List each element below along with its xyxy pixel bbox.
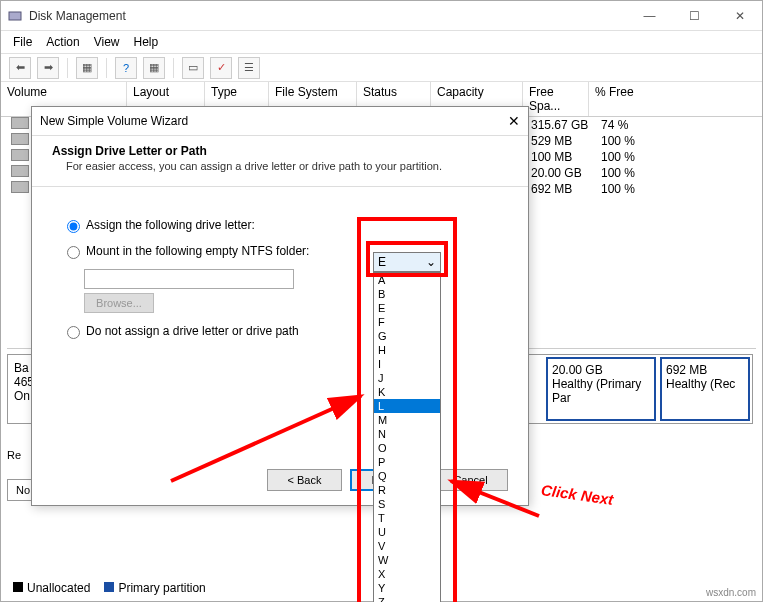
toolbar-separator (106, 58, 107, 78)
legend-unallocated: Unallocated (13, 581, 90, 595)
combo-value: E (378, 255, 386, 269)
drive-letter-dropdown[interactable]: ABEFGHIJKLMNOPQRSTUVWXYZ (373, 272, 441, 602)
radio-assign-letter[interactable]: Assign the following drive letter: (62, 217, 498, 233)
svg-rect-0 (9, 12, 21, 20)
pct-cell: 74 % (601, 118, 628, 132)
partition-box[interactable]: 692 MB Healthy (Rec (660, 357, 750, 421)
pct-cell: 100 % (601, 182, 635, 196)
app-icon (1, 8, 29, 24)
volume-rows: 315.67 GB74 % 529 MB100 % 100 MB100 % 20… (531, 117, 635, 197)
col-pct[interactable]: % Free (589, 82, 659, 116)
grid1-button[interactable]: ▦ (76, 57, 98, 79)
minimize-button[interactable]: — (627, 2, 672, 30)
menu-action[interactable]: Action (46, 35, 79, 49)
toolbar: ⬅ ➡ ▦ ? ▦ ▭ ✓ ☰ (1, 54, 762, 82)
wizard-titlebar: New Simple Volume Wizard ✕ (32, 107, 528, 136)
menu-view[interactable]: View (94, 35, 120, 49)
free-cell: 20.00 GB (531, 166, 601, 180)
table-row[interactable]: 315.67 GB74 % (531, 117, 635, 133)
drive-letter-option[interactable]: N (374, 427, 440, 441)
radio-mount-folder-input[interactable] (67, 246, 80, 259)
browse-button[interactable]: Browse... (84, 293, 154, 313)
toolbar-separator (173, 58, 174, 78)
cancel-button[interactable]: Cancel (433, 469, 508, 491)
help-button[interactable]: ? (115, 57, 137, 79)
menu-file[interactable]: File (13, 35, 32, 49)
radio-no-assign-input[interactable] (67, 326, 80, 339)
wizard-heading: Assign Drive Letter or Path (52, 144, 508, 158)
back-button[interactable]: ⬅ (9, 57, 31, 79)
maximize-button[interactable]: ☐ (672, 2, 717, 30)
drive-letter-option[interactable]: V (374, 539, 440, 553)
pct-cell: 100 % (601, 134, 635, 148)
window-title: Disk Management (29, 9, 627, 23)
wizard-dialog: New Simple Volume Wizard ✕ Assign Drive … (31, 106, 529, 506)
wizard-subheading: For easier access, you can assign a driv… (52, 158, 508, 172)
disk-icon-column (11, 117, 29, 197)
legend: Unallocated Primary partition (13, 581, 206, 595)
drive-letter-option[interactable]: Y (374, 581, 440, 595)
disk-icon (11, 165, 29, 177)
drive-letter-option[interactable]: S (374, 497, 440, 511)
drive-letter-option[interactable]: E (374, 301, 440, 315)
titlebar: Disk Management — ☐ ✕ (1, 1, 762, 31)
drive-letter-option[interactable]: Z (374, 595, 440, 602)
wizard-close-button[interactable]: ✕ (508, 113, 520, 129)
pct-cell: 100 % (601, 150, 635, 164)
watermark: wsxdn.com (706, 587, 756, 598)
back-button[interactable]: < Back (267, 469, 342, 491)
radio-assign-letter-input[interactable] (67, 220, 80, 233)
drive-letter-option[interactable]: T (374, 511, 440, 525)
radio-mount-folder-label: Mount in the following empty NTFS folder… (86, 244, 309, 258)
refresh-button[interactable]: ▭ (182, 57, 204, 79)
swatch-blue (104, 582, 114, 592)
drive-letter-option[interactable]: P (374, 455, 440, 469)
table-row[interactable]: 100 MB100 % (531, 149, 635, 165)
table-row[interactable]: 529 MB100 % (531, 133, 635, 149)
disk-icon (11, 117, 29, 129)
drive-letter-option[interactable]: O (374, 441, 440, 455)
drive-letter-option[interactable]: H (374, 343, 440, 357)
swatch-black (13, 582, 23, 592)
check-button[interactable]: ✓ (210, 57, 232, 79)
mount-path-input[interactable] (84, 269, 294, 289)
wizard-header: Assign Drive Letter or Path For easier a… (32, 136, 528, 187)
drive-letter-option[interactable]: L (374, 399, 440, 413)
drive-letter-option[interactable]: W (374, 553, 440, 567)
main-window: Disk Management — ☐ ✕ File Action View H… (0, 0, 763, 602)
radio-assign-letter-label: Assign the following drive letter: (86, 218, 255, 232)
drive-letter-option[interactable]: X (374, 567, 440, 581)
drive-letter-option[interactable]: A (374, 273, 440, 287)
menu-help[interactable]: Help (134, 35, 159, 49)
wizard-body: Assign the following drive letter: Mount… (32, 187, 528, 379)
drive-letter-option[interactable]: G (374, 329, 440, 343)
close-window-button[interactable]: ✕ (717, 2, 762, 30)
toolbar-separator (67, 58, 68, 78)
col-free[interactable]: Free Spa... (523, 82, 589, 116)
drive-letter-combo[interactable]: E ⌄ (373, 252, 441, 272)
drive-letter-option[interactable]: K (374, 385, 440, 399)
drive-letter-option[interactable]: U (374, 525, 440, 539)
drive-letter-option[interactable]: Q (374, 469, 440, 483)
removable-label: Re (7, 449, 21, 461)
drive-letter-option[interactable]: F (374, 315, 440, 329)
legend-primary: Primary partition (104, 581, 205, 595)
disk-icon (11, 181, 29, 193)
partition-size: 692 MB (666, 363, 744, 377)
drive-letter-option[interactable]: J (374, 371, 440, 385)
drive-letter-option[interactable]: R (374, 483, 440, 497)
grid2-button[interactable]: ▦ (143, 57, 165, 79)
forward-button[interactable]: ➡ (37, 57, 59, 79)
disk-icon (11, 133, 29, 145)
partition-box[interactable]: 20.00 GB Healthy (Primary Par (546, 357, 656, 421)
menubar: File Action View Help (1, 31, 762, 54)
list-button[interactable]: ☰ (238, 57, 260, 79)
table-row[interactable]: 692 MB100 % (531, 181, 635, 197)
drive-letter-option[interactable]: B (374, 287, 440, 301)
pct-cell: 100 % (601, 166, 635, 180)
drive-letter-option[interactable]: I (374, 357, 440, 371)
partition-status: Healthy (Primary Par (552, 377, 650, 405)
drive-letter-option[interactable]: M (374, 413, 440, 427)
table-row[interactable]: 20.00 GB100 % (531, 165, 635, 181)
partition-status: Healthy (Rec (666, 377, 744, 391)
